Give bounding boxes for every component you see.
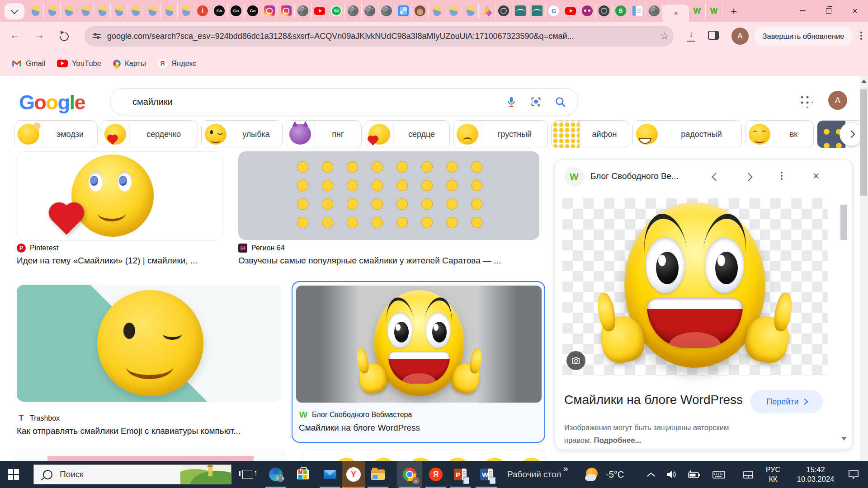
tab-insta[interactable] xyxy=(261,3,278,19)
search-icon[interactable] xyxy=(553,95,567,108)
address-bar[interactable]: google.com/search?sca_esv=924bdd86dc1a31… xyxy=(85,26,674,47)
desktop-toolbar-label[interactable]: Рабочий стол xyxy=(507,461,561,488)
tab-hand[interactable] xyxy=(94,3,111,19)
tab-globe[interactable] xyxy=(378,3,395,19)
tab-overflow-button[interactable] xyxy=(5,3,24,19)
preview-image[interactable] xyxy=(562,198,828,375)
tab-origami[interactable] xyxy=(479,3,495,19)
tab-hand[interactable] xyxy=(161,3,178,19)
new-tab-button[interactable]: + xyxy=(726,4,741,19)
tab-hand[interactable] xyxy=(27,3,44,19)
action-center-button[interactable] xyxy=(842,461,865,488)
tab-yt[interactable] xyxy=(562,3,579,19)
bookmark-star-icon[interactable] xyxy=(656,31,674,42)
tab-hand[interactable] xyxy=(144,3,161,19)
taskbar-mail[interactable] xyxy=(319,461,341,488)
next-image-button[interactable] xyxy=(741,171,755,182)
selected-result-card[interactable]: W Блог Свободного Вебмастера Смайлики на… xyxy=(292,281,545,443)
visit-site-button[interactable]: Перейти xyxy=(750,390,823,413)
tab-hand[interactable] xyxy=(44,3,61,19)
side-panel-icon[interactable] xyxy=(708,31,719,40)
tab-go[interactable] xyxy=(228,3,245,19)
result-image-partial[interactable] xyxy=(14,450,287,461)
tab-owl[interactable] xyxy=(579,3,596,19)
site-settings-icon[interactable] xyxy=(93,33,101,39)
microphone-icon[interactable] xyxy=(505,95,518,108)
show-hidden-icons-button[interactable] xyxy=(641,461,661,488)
tab-globe[interactable] xyxy=(646,3,663,19)
tab-hand[interactable] xyxy=(462,3,479,19)
google-account-avatar[interactable]: A xyxy=(828,91,847,110)
panel-more-options-icon[interactable] xyxy=(778,172,785,182)
tab-w[interactable] xyxy=(706,3,722,19)
battery-button[interactable] xyxy=(683,461,705,488)
close-window-button[interactable]: × xyxy=(842,0,868,22)
result-source[interactable]: P Pinterest xyxy=(17,244,58,253)
tab-hand[interactable] xyxy=(445,3,462,19)
finish-update-button[interactable]: Завершить обновление xyxy=(754,26,853,46)
minimize-button[interactable] xyxy=(789,0,816,22)
tab-alert[interactable] xyxy=(194,3,211,19)
browser-profile-avatar[interactable]: A xyxy=(731,28,749,45)
scroll-up-icon[interactable] xyxy=(861,80,867,83)
result-source[interactable]: W Блог Свободного Вебмастера xyxy=(299,410,412,419)
taskbar-store[interactable] xyxy=(292,461,314,488)
chip-png[interactable]: пнг xyxy=(286,120,362,148)
tab-hand[interactable] xyxy=(178,3,194,19)
start-button[interactable] xyxy=(0,461,27,488)
result-source[interactable]: T Trashbox xyxy=(17,414,60,423)
tab-hand[interactable] xyxy=(111,3,127,19)
google-lens-icon[interactable] xyxy=(529,95,542,108)
tab-dark[interactable] xyxy=(596,3,613,19)
taskbar-powerpoint[interactable]: P xyxy=(449,461,471,488)
tab-go[interactable] xyxy=(211,3,228,19)
panel-scroll-down-icon[interactable] xyxy=(841,437,847,441)
tab-teal[interactable] xyxy=(529,3,546,19)
tab-hand[interactable] xyxy=(127,3,144,19)
google-search-box[interactable]: смайлики xyxy=(110,88,578,115)
tab-grid[interactable] xyxy=(395,3,412,19)
taskbar-search-box[interactable]: Поиск xyxy=(33,465,231,484)
tab-hand[interactable] xyxy=(77,3,94,19)
tab-go[interactable] xyxy=(245,3,261,19)
forward-button[interactable]: → xyxy=(34,29,44,41)
bookmark-gmail[interactable]: Gmail xyxy=(12,58,45,68)
taskbar-yandex-browser[interactable]: Y xyxy=(342,461,365,488)
result-image-wordpress[interactable] xyxy=(296,286,542,403)
tab-greenb[interactable] xyxy=(613,3,629,19)
tab-doc[interactable] xyxy=(629,3,646,19)
menu-kebab-icon[interactable] xyxy=(858,32,864,42)
back-button[interactable]: ← xyxy=(10,29,20,41)
tab-yt[interactable] xyxy=(311,3,328,19)
chip-iphone[interactable]: айфон xyxy=(551,120,629,148)
previous-image-button[interactable] xyxy=(709,171,722,182)
tab-close-icon[interactable]: × xyxy=(674,9,678,17)
tab-hand[interactable] xyxy=(61,3,77,19)
taskbar-explorer[interactable] xyxy=(367,461,389,488)
chip-serdtse[interactable]: сердце xyxy=(365,120,450,148)
tab-monkey[interactable] xyxy=(412,3,429,19)
chip-grustny[interactable]: грустный xyxy=(453,120,548,148)
taskbar-edge[interactable] xyxy=(265,461,287,488)
downloads-icon[interactable] xyxy=(685,30,697,42)
result-source[interactable]: 64 Регион 64 xyxy=(238,244,285,253)
page-scrollbar[interactable] xyxy=(860,76,868,461)
bookmark-maps[interactable]: Карты xyxy=(113,59,146,68)
task-view-button[interactable] xyxy=(237,461,259,488)
search-inside-image-button[interactable] xyxy=(566,351,585,370)
panel-scrollbar-thumb[interactable] xyxy=(840,205,847,240)
learn-more-link[interactable]: Подробнее... xyxy=(594,436,642,444)
taskbar-word[interactable]: W xyxy=(476,461,497,488)
google-logo[interactable]: Google xyxy=(19,91,85,114)
chip-emodzi[interactable]: эмодзи xyxy=(14,120,98,148)
result-title[interactable]: Как отправлять смайлики Emoji с клавиату… xyxy=(17,426,281,436)
tab-hand[interactable] xyxy=(429,3,445,19)
panel-close-button[interactable]: × xyxy=(808,168,824,183)
restore-button[interactable] xyxy=(816,0,842,22)
active-tab[interactable]: × xyxy=(663,5,689,22)
chip-radostny[interactable]: радостный xyxy=(632,120,742,148)
toolbar-overflow-chevrons[interactable]: » xyxy=(563,464,568,474)
panel-source-title[interactable]: Блог Свободного Ве... xyxy=(590,171,708,181)
taskbar-chrome[interactable]: A xyxy=(397,461,422,488)
result-image-region64[interactable] xyxy=(238,151,539,240)
